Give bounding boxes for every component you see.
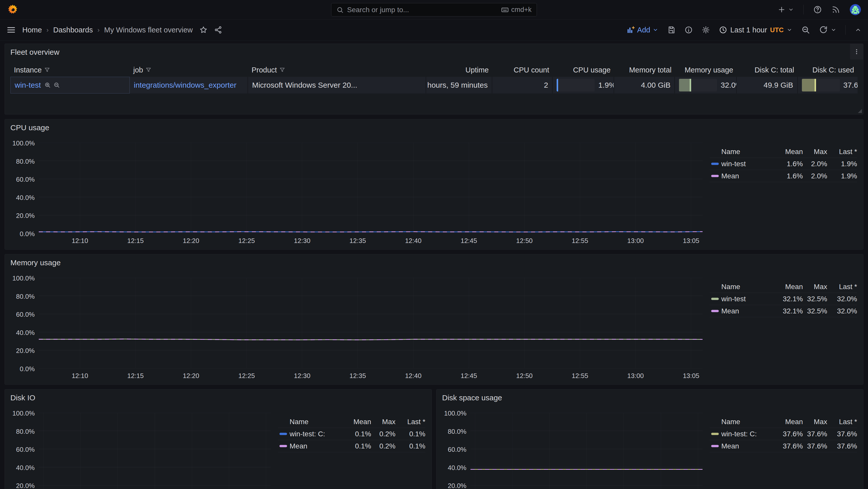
info-icon[interactable] [685, 26, 693, 34]
col-product[interactable]: Product [248, 66, 426, 74]
chevron-down-icon [787, 27, 792, 33]
col-disk-total[interactable]: Disk C: total [737, 66, 798, 74]
x-tick-label: 13:00 [627, 372, 644, 380]
filter-icon[interactable] [44, 67, 50, 73]
legend-sort-name[interactable]: Name [721, 283, 775, 291]
collapse-up-icon[interactable] [855, 27, 861, 33]
x-tick-label: 12:35 [349, 372, 366, 380]
new-button[interactable] [778, 6, 794, 14]
y-tick-label: 80.0% [448, 428, 466, 435]
legend-sort-last[interactable]: Last * [827, 148, 857, 156]
user-avatar[interactable] [850, 4, 861, 15]
legend-sort-mean[interactable]: Mean [775, 283, 803, 291]
series-last: 1.9% [827, 172, 857, 180]
series-mean: 1.6% [775, 172, 803, 180]
zoom-out-icon[interactable] [801, 26, 810, 34]
legend-sort-last[interactable]: Last * [827, 418, 857, 426]
col-memory-usage[interactable]: Memory usage [675, 66, 737, 74]
instance-link[interactable]: win-test [15, 81, 41, 89]
legend-sort-name[interactable]: Name [289, 418, 343, 426]
chevron-down-icon [831, 27, 836, 33]
plot-area[interactable] [470, 413, 703, 489]
zoom-out-icon[interactable] [54, 82, 60, 88]
keyboard-icon [501, 6, 509, 14]
panel-title[interactable]: Fleet overview [5, 44, 863, 57]
menu-hamburger-icon[interactable] [7, 25, 16, 34]
memory-usage-gauge [679, 79, 717, 91]
legend-sort-mean[interactable]: Mean [775, 148, 803, 156]
filter-icon[interactable] [279, 67, 285, 73]
disk-used-value: 37.6% [843, 81, 858, 89]
legend-row: Mean 1.6% 2.0% 1.9% [710, 170, 857, 182]
plot-area[interactable] [39, 413, 271, 489]
legend-sort-max[interactable]: Max [371, 418, 396, 426]
legend-sort-name[interactable]: Name [721, 148, 775, 156]
series-max: 2.0% [803, 172, 827, 180]
help-icon[interactable] [813, 5, 822, 14]
divider [845, 25, 846, 35]
legend-sort-last[interactable]: Last * [827, 283, 857, 291]
cpu-usage-gauge [557, 79, 595, 91]
legend-sort-last[interactable]: Last * [396, 418, 425, 426]
panel-resize-handle[interactable] [858, 109, 862, 113]
search-input[interactable]: Search or jump to... cmd+k [331, 3, 537, 17]
dashboard-content: Fleet overview Instance job Product Upti… [0, 40, 868, 489]
save-icon[interactable] [667, 26, 676, 34]
series-label[interactable]: win-test: C: [721, 430, 775, 438]
panel-title[interactable]: Disk IO [5, 390, 431, 402]
series-label[interactable]: win-test: C: [289, 430, 343, 438]
legend-sort-max[interactable]: Max [803, 148, 827, 156]
col-uptime[interactable]: Uptime [426, 66, 492, 74]
panel-fleet-overview: Fleet overview Instance job Product Upti… [5, 43, 863, 115]
col-cpu-count[interactable]: CPU count [492, 66, 553, 74]
col-job[interactable]: job [130, 66, 248, 74]
x-tick-label: 12:20 [183, 237, 199, 245]
series-label[interactable]: win-test [721, 160, 775, 168]
x-tick-label: 12:50 [516, 372, 532, 380]
plot-area[interactable] [39, 278, 703, 368]
panel-title[interactable]: Memory usage [5, 254, 863, 267]
add-button[interactable]: Add [626, 26, 658, 34]
series-label[interactable]: Mean [721, 172, 775, 180]
legend-sort-max[interactable]: Max [803, 283, 827, 291]
job-link[interactable]: integrations/windows_exporter [134, 81, 237, 89]
breadcrumb-dashboards[interactable]: Dashboards [53, 26, 93, 34]
share-icon[interactable] [214, 26, 222, 34]
series-swatch [711, 163, 719, 165]
cell-instance: win-test [10, 77, 130, 93]
chevron-down-icon [653, 27, 658, 33]
y-tick-label: 80.0% [16, 293, 35, 301]
filter-icon[interactable] [146, 67, 151, 73]
panel-menu-kebab-icon[interactable] [850, 44, 863, 60]
series-label[interactable]: Mean [721, 307, 775, 315]
time-range-picker[interactable]: Last 1 hour UTC [719, 26, 792, 34]
add-panel-icon [626, 26, 635, 34]
legend-sort-mean[interactable]: Mean [343, 418, 371, 426]
x-tick-label: 12:15 [127, 372, 144, 380]
news-rss-icon[interactable] [832, 5, 840, 14]
settings-gear-icon[interactable] [702, 26, 710, 34]
y-tick-label: 80.0% [16, 158, 35, 165]
series-label[interactable]: Mean [721, 442, 775, 450]
zoom-in-icon[interactable] [44, 82, 51, 88]
panel-title[interactable]: Disk space usage [437, 390, 863, 402]
col-disk-used[interactable]: Disk C: used [798, 66, 858, 74]
panel-title[interactable]: CPU usage [5, 119, 863, 132]
grafana-logo[interactable] [7, 4, 18, 15]
legend-sort-mean[interactable]: Mean [775, 418, 803, 426]
col-cpu-usage[interactable]: CPU usage [553, 66, 614, 74]
y-tick-label: 60.0% [448, 446, 466, 454]
panel-disk-io: Disk IO 100.0%80.0%60.0%40.0%20.0%0.0% N… [5, 389, 432, 489]
series-label[interactable]: win-test [721, 295, 775, 303]
refresh-icon [819, 26, 828, 34]
breadcrumb-home[interactable]: Home [22, 26, 42, 34]
refresh-button[interactable] [819, 26, 836, 34]
series-label[interactable]: Mean [289, 442, 343, 450]
legend-sort-max[interactable]: Max [803, 418, 827, 426]
legend-sort-name[interactable]: Name [721, 418, 775, 426]
legend-row: win-test 1.6% 2.0% 1.9% [710, 158, 857, 170]
plot-area[interactable] [39, 143, 703, 233]
col-memory-total[interactable]: Memory total [614, 66, 675, 74]
favorite-star-icon[interactable] [199, 26, 208, 34]
col-instance[interactable]: Instance [10, 66, 130, 74]
